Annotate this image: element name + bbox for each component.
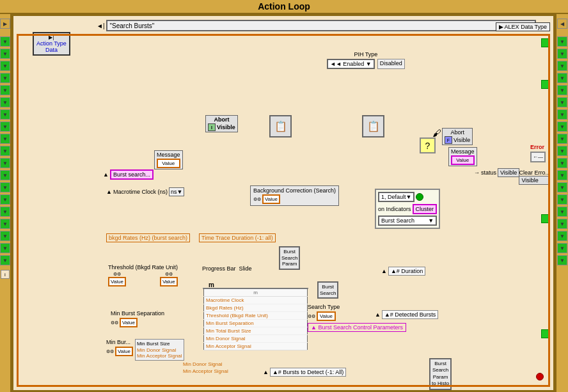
right-btn-6[interactable]: ▼	[557, 85, 567, 95]
burst-search-small-box: Burst Search	[317, 281, 338, 299]
right-btn-9[interactable]: ▼	[557, 122, 567, 132]
right-btn-18[interactable]: ▼	[557, 231, 567, 241]
min-bur-icon: ⚙⚙	[106, 349, 114, 354]
right-btn-13[interactable]: ▼	[557, 170, 567, 180]
right-btn-5[interactable]: ▼	[557, 73, 567, 83]
pih-enabled-dropdown[interactable]: ◄◄ Enabled ▼	[327, 59, 375, 69]
background-correction-label: Background Correction (Search)	[253, 187, 336, 194]
left-btn-9[interactable]: ▼	[0, 122, 10, 132]
duration-text: ▲# Duration	[388, 267, 425, 276]
left-btn-14[interactable]: ▼	[0, 182, 10, 192]
status-label: status	[481, 169, 496, 176]
cluster-box: Cluster	[413, 204, 438, 214]
min-donor-signal-left: Min Donor Signal	[137, 347, 182, 353]
burst-search-small-label: Burst	[320, 284, 336, 290]
left-btn-1[interactable]: ▶	[0, 19, 10, 29]
bursts-to-detect-label: ▲ ▲# Bursts to Detect (-1: All)	[263, 368, 346, 377]
duration-label: ▲ ▲# Duration	[381, 267, 425, 276]
bkgd-rates-text: bkgd Rates (Hz) (burst search)	[106, 233, 190, 242]
right-green-2[interactable]	[541, 214, 550, 223]
default-dropdown[interactable]: 1, Default ▼	[378, 192, 414, 202]
pt-row-6: Min Donor Signal	[204, 335, 308, 343]
search-bar-left-arrow[interactable]: ◄|	[97, 22, 105, 29]
left-btn-16[interactable]: ▼	[0, 207, 10, 217]
left-btn-12[interactable]: ▼	[0, 158, 10, 168]
min-acceptor-signal-left: Min Acceptor Signal	[137, 353, 182, 359]
left-btn-19[interactable]: ▼	[0, 243, 10, 253]
left-btn-8[interactable]: ▼	[0, 109, 10, 120]
macrotime-home-icon: ▲	[106, 189, 112, 195]
pt-row-5: Min Total Burst Size	[204, 327, 308, 335]
left-btn-18[interactable]: ▼	[0, 231, 10, 241]
left-btn-10[interactable]: ▼	[0, 134, 10, 144]
search-bar[interactable]: "Search Bursts" ▼	[106, 20, 537, 31]
left-btn-13[interactable]: ▼	[0, 170, 10, 180]
right-btn-4[interactable]: ▼	[557, 61, 567, 71]
left-btn-11[interactable]: ▼	[0, 146, 10, 156]
page-title: Action Loop	[258, 1, 310, 12]
right-btn-1[interactable]: ◀	[557, 19, 567, 29]
left-btn-4[interactable]: ▼	[0, 61, 10, 71]
threshold-icon-2: ⚙⚙	[165, 272, 173, 277]
right-btn-2[interactable]: ▼	[557, 36, 567, 47]
right-btn-15[interactable]: ▼	[557, 194, 567, 205]
alex-label: ▶ ALEX Data Type	[499, 24, 547, 30]
left-btn-7[interactable]: ▼	[0, 97, 10, 107]
macrotime-dropdown[interactable]: ns▼	[169, 187, 184, 196]
right-green-1[interactable]	[541, 80, 550, 89]
left-indicator: i	[1, 270, 10, 279]
min-signals-right: Min Donor Signal Min Acceptor Signal	[183, 361, 228, 374]
background-correction-block: Background Correction (Search) ⚙⚙ Value	[250, 185, 339, 206]
right-btn-8[interactable]: ▼	[557, 109, 567, 120]
burst-search-dropdown[interactable]: Burst Search ▼	[378, 216, 437, 226]
default-dropdown-label: 1, Default	[381, 194, 406, 200]
right-btn-12[interactable]: ▼	[557, 158, 567, 168]
abort-indicator-2: F	[445, 136, 452, 144]
right-btn-20[interactable]: ▼	[557, 255, 567, 265]
abort-visible-2: Visible	[454, 137, 470, 143]
paintbrush-icon: 🖌	[432, 128, 441, 138]
bg-value-label: Value	[262, 194, 280, 204]
help-icon[interactable]: ?	[420, 137, 436, 153]
green-button-top[interactable]	[541, 38, 550, 47]
pih-disabled-label: Disabled	[377, 59, 405, 69]
right-btn-7[interactable]: ▼	[557, 97, 567, 107]
left-btn-20[interactable]: ▼	[0, 255, 10, 265]
right-btn-16[interactable]: ▼	[557, 207, 567, 217]
pih-enabled-label: ◄◄ Enabled ▼	[330, 61, 372, 67]
green-indicator	[416, 193, 423, 201]
message-label-2: Message	[451, 148, 475, 155]
threshold-icon-1: ⚙⚙	[113, 272, 121, 277]
macrotime-label: Macrotime Clock (ns)	[113, 189, 168, 195]
right-btn-11[interactable]: ▼	[557, 146, 567, 156]
min-acceptor-right-label: Min Acceptor Signal	[183, 368, 228, 374]
right-btn-19[interactable]: ▼	[557, 243, 567, 253]
pt-row-7: Min Acceptor Signal	[204, 343, 308, 350]
macrotime-clock-block: ▲ Macrotime Clock (ns) ns▼	[106, 187, 184, 196]
min-burst-separation-block: Min Burst Separation ⚙⚙ Value	[111, 310, 164, 327]
abort-label-1: Abort	[208, 116, 235, 123]
right-btn-10[interactable]: ▼	[557, 134, 567, 144]
burst-search-indicator: ▲	[103, 171, 109, 178]
pt-row-4: Min Burst Separation	[204, 320, 308, 327]
abort-indicator-1: I	[208, 123, 216, 131]
left-btn-2[interactable]: ▼	[0, 36, 10, 47]
message-block-2: Message Value	[448, 147, 477, 166]
on-indicators-label: on Indicators	[378, 206, 411, 212]
right-btn-3[interactable]: ▼	[557, 49, 567, 59]
burst-search-control-params: ▲ Burst Search Control Parameters	[308, 323, 406, 332]
left-btn-3[interactable]: ▼	[0, 49, 10, 59]
right-green-3[interactable]	[541, 329, 550, 338]
time-trace-duration: Time Trace Duration (-1: all)	[199, 233, 276, 242]
alex-data-type[interactable]: ▶ ALEX Data Type	[496, 22, 550, 31]
left-btn-5[interactable]: ▼	[0, 73, 10, 83]
left-btn-6[interactable]: ▼	[0, 85, 10, 95]
left-btn-15[interactable]: ▼	[0, 194, 10, 205]
pih-type-label: PIH Type	[327, 51, 405, 58]
right-btn-17[interactable]: ▼	[557, 219, 567, 229]
left-btn-17[interactable]: ▼	[0, 219, 10, 229]
abort-block-2: Abort F Visible	[442, 128, 473, 145]
error-label: Error	[530, 144, 546, 150]
right-btn-14[interactable]: ▼	[557, 182, 567, 192]
search-bar-container: ◄| "Search Bursts" ▼ ►	[97, 19, 544, 32]
